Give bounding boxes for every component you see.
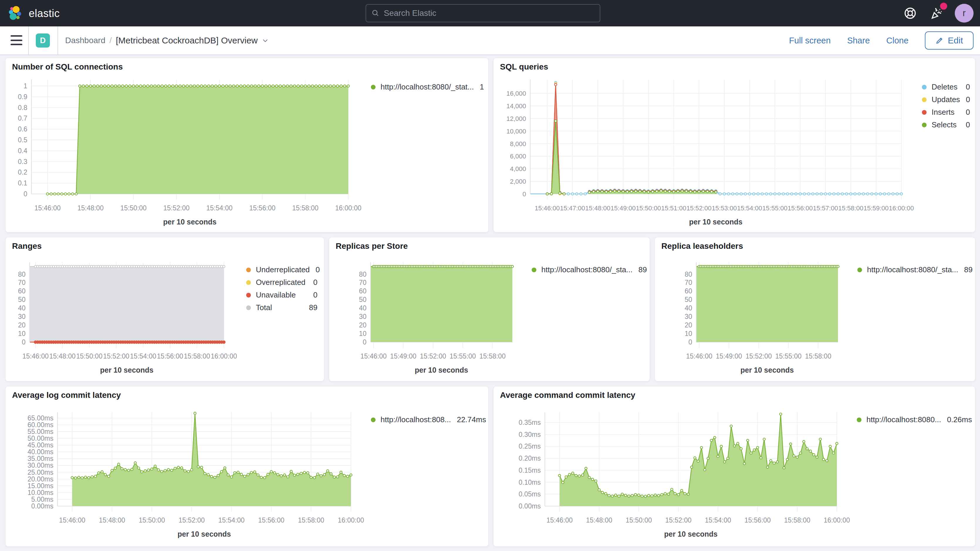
- panel-title: Replicas per Store: [336, 242, 408, 251]
- svg-text:20: 20: [359, 321, 366, 329]
- legend-item[interactable]: Deletes0: [922, 81, 970, 93]
- svg-text:2,000: 2,000: [510, 178, 526, 185]
- chevron-down-icon[interactable]: [262, 37, 269, 44]
- legend-label: http://localhost:8080/_sta...: [541, 265, 633, 274]
- legend-label: http://localhost:808...: [380, 415, 451, 424]
- svg-text:6,000: 6,000: [510, 153, 526, 160]
- svg-text:80: 80: [359, 271, 366, 278]
- full-screen-button[interactable]: Full screen: [789, 36, 830, 46]
- svg-text:15:56:00: 15:56:00: [157, 352, 183, 360]
- svg-text:15:48:00: 15:48:00: [78, 204, 104, 212]
- svg-text:0.9: 0.9: [18, 93, 27, 100]
- legend-item[interactable]: Overreplicated0: [246, 276, 318, 289]
- panel-replicas-per-store: 8070605040302010015:46:0015:49:0015:52:0…: [329, 237, 650, 381]
- svg-text:0.00ms: 0.00ms: [519, 502, 541, 510]
- legend-series-dot: [922, 85, 927, 89]
- space-badge[interactable]: D: [36, 33, 50, 48]
- clone-button[interactable]: Clone: [886, 36, 909, 46]
- svg-text:15:46:00: 15:46:00: [22, 352, 49, 360]
- legend-item[interactable]: http://localhost:8080...0.26ms: [857, 413, 969, 426]
- page-title[interactable]: [Metricbeat CockroachDB] Overview: [116, 35, 258, 46]
- svg-text:0.05ms: 0.05ms: [519, 490, 541, 498]
- legend-item[interactable]: Selects0: [922, 118, 970, 131]
- replica-leaseholders-chart[interactable]: 8070605040302010015:46:0015:49:0015:52:0…: [655, 237, 975, 381]
- legend-value: 0: [316, 265, 320, 274]
- svg-text:16:00:00: 16:00:00: [889, 204, 914, 212]
- legend-item[interactable]: Updates0: [922, 93, 970, 106]
- svg-text:80: 80: [684, 271, 692, 278]
- panel-replica-leaseholders: 8070605040302010015:46:0015:49:0015:52:0…: [655, 237, 975, 381]
- search-placeholder: Search Elastic: [384, 8, 436, 18]
- panel-title: Replica leaseholders: [661, 242, 743, 251]
- svg-text:60: 60: [359, 287, 366, 295]
- user-avatar[interactable]: r: [955, 4, 974, 22]
- panel-title: Number of SQL connections: [12, 62, 123, 72]
- command-commit-latency-chart[interactable]: 0.35ms0.30ms0.25ms0.20ms0.15ms0.10ms0.05…: [493, 386, 975, 546]
- top-header-bar: elastic Search Elastic: [0, 0, 980, 26]
- replicas-per-store-legend: http://localhost:8080/_sta...89: [532, 263, 644, 276]
- svg-text:12,000: 12,000: [506, 115, 526, 123]
- legend-label: http://localhost:8080/_stat...: [380, 83, 474, 92]
- svg-text:15:58:00: 15:58:00: [184, 352, 210, 360]
- legend-item[interactable]: http://localhost:8080/_sta...89: [532, 263, 644, 276]
- lifebuoy-icon: [904, 6, 917, 20]
- replicas-per-store-chart[interactable]: 8070605040302010015:46:0015:49:0015:52:0…: [329, 237, 650, 381]
- breadcrumb-dashboard-link[interactable]: Dashboard: [65, 36, 105, 45]
- legend-item[interactable]: http://localhost:8080/_sta...89: [858, 263, 969, 276]
- panel-sql-connections: 10.90.80.70.60.50.40.30.20.1015:46:0015:…: [5, 58, 488, 233]
- avatar-letter: r: [963, 8, 966, 19]
- legend-series-dot: [532, 268, 536, 272]
- legend-item[interactable]: http://localhost:808...22.74ms: [371, 413, 483, 426]
- search-icon: [371, 9, 380, 17]
- legend-value: 22.74ms: [457, 415, 486, 424]
- panel-command-commit-latency: 0.35ms0.30ms0.25ms0.20ms0.15ms0.10ms0.05…: [493, 386, 975, 546]
- svg-text:60: 60: [684, 287, 692, 295]
- global-search-input[interactable]: Search Elastic: [366, 4, 600, 22]
- legend-label: Selects: [932, 120, 960, 129]
- svg-text:16:00:00: 16:00:00: [211, 352, 237, 360]
- svg-text:15:58:00: 15:58:00: [838, 204, 864, 212]
- log-commit-latency-chart[interactable]: 65.00ms60.00ms55.00ms50.00ms45.00ms40.00…: [6, 386, 488, 546]
- svg-text:0.8: 0.8: [18, 104, 27, 111]
- svg-text:0.3: 0.3: [18, 158, 27, 166]
- svg-text:5.00ms: 5.00ms: [32, 495, 53, 503]
- elastic-logo[interactable]: elastic: [7, 5, 60, 22]
- replica-leaseholders-legend: http://localhost:8080/_sta...89: [858, 263, 969, 276]
- svg-text:0.6: 0.6: [18, 125, 27, 133]
- svg-text:20: 20: [684, 321, 692, 329]
- svg-text:15:54:00: 15:54:00: [130, 352, 156, 360]
- svg-text:15:52:00: 15:52:00: [103, 352, 129, 360]
- legend-item[interactable]: Unavailable0: [246, 289, 318, 301]
- svg-text:15:50:00: 15:50:00: [120, 204, 147, 212]
- svg-text:15:54:00: 15:54:00: [206, 204, 233, 212]
- share-button[interactable]: Share: [847, 36, 870, 46]
- legend-label: Total: [256, 303, 303, 312]
- svg-text:15:58:00: 15:58:00: [479, 352, 506, 360]
- svg-text:15:52:00: 15:52:00: [665, 516, 692, 524]
- svg-text:8,000: 8,000: [510, 140, 526, 148]
- sql-queries-chart[interactable]: 16,00014,00012,00010,0008,0006,0004,0002…: [493, 58, 975, 232]
- panel-log-commit-latency: 65.00ms60.00ms55.00ms50.00ms45.00ms40.00…: [5, 386, 488, 546]
- legend-item[interactable]: Underreplicated0: [246, 263, 318, 276]
- breadcrumb-separator: /: [110, 36, 112, 45]
- svg-text:10: 10: [18, 330, 25, 338]
- whats-new-button[interactable]: [928, 4, 947, 22]
- svg-text:0.1: 0.1: [18, 179, 27, 187]
- legend-label: Updates: [932, 95, 960, 104]
- legend-item[interactable]: Inserts0: [922, 106, 970, 118]
- legend-item[interactable]: http://localhost:8080/_stat...1: [371, 81, 483, 93]
- legend-value: 0: [966, 108, 970, 117]
- svg-text:0.30ms: 0.30ms: [519, 431, 541, 438]
- log-commit-latency-legend: http://localhost:808...22.74ms: [371, 413, 483, 426]
- help-button[interactable]: [901, 4, 920, 22]
- svg-text:15:46:00: 15:46:00: [360, 352, 387, 360]
- legend-series-dot: [922, 97, 927, 102]
- svg-text:15:53:00: 15:53:00: [712, 204, 737, 212]
- main-menu-button[interactable]: [11, 35, 22, 45]
- svg-text:15:55:00: 15:55:00: [450, 352, 476, 360]
- panel-ranges: 8070605040302010015:46:0015:48:0015:50:0…: [5, 237, 324, 381]
- svg-text:40: 40: [684, 304, 692, 312]
- edit-button[interactable]: Edit: [925, 32, 974, 49]
- panel-title: Average log commit latency: [12, 390, 121, 400]
- legend-item[interactable]: Total89: [246, 301, 318, 314]
